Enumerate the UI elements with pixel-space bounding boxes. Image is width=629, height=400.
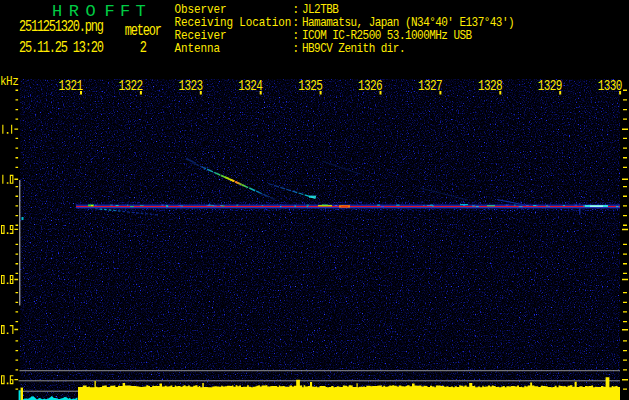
svg-text:meteor: meteor (125, 22, 162, 40)
svg-text:1327: 1327 (418, 79, 442, 94)
svg-text:kHz: kHz (0, 74, 19, 89)
svg-text:1328: 1328 (478, 79, 502, 94)
svg-text:1325: 1325 (298, 79, 322, 94)
svg-text:25.11.25 13:20: 25.11.25 13:20 (19, 39, 104, 57)
svg-text:1330: 1330 (598, 79, 622, 94)
svg-text:2: 2 (140, 39, 147, 57)
svg-text:1324: 1324 (238, 79, 262, 94)
svg-text:F: F (120, 2, 130, 21)
svg-text:1326: 1326 (358, 79, 382, 94)
svg-text:1322: 1322 (119, 79, 143, 94)
svg-text:Antenna: Antenna (175, 41, 220, 56)
svg-text:1321: 1321 (59, 79, 83, 94)
svg-text:1329: 1329 (538, 79, 562, 94)
svg-text:F: F (104, 2, 114, 21)
svg-text:HB9CV Zenith dir.: HB9CV Zenith dir. (302, 41, 405, 56)
svg-text::: : (293, 41, 300, 56)
svg-text:1323: 1323 (178, 79, 202, 94)
svg-text:T: T (136, 2, 146, 21)
svg-text:2511251320.png: 2511251320.png (19, 18, 104, 36)
